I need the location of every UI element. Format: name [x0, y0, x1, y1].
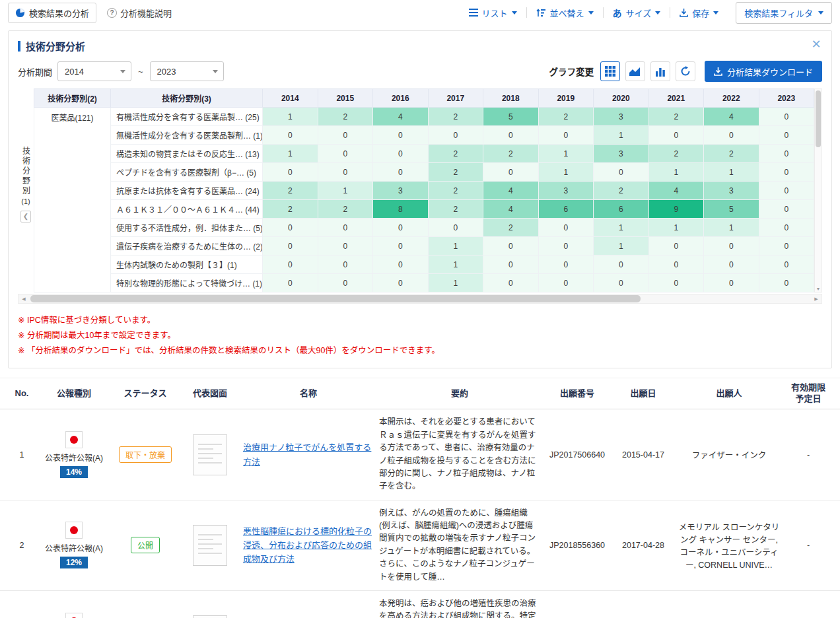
chevron-down-icon — [655, 11, 660, 15]
chevron-down-icon — [818, 11, 823, 15]
table-row: 2公表特許公報(A)12%公開悪性脳腫瘍における標的化粒子の浸透、分布および応答… — [0, 500, 840, 591]
title-link[interactable]: 悪性脳腫瘍における標的化粒子の浸透、分布および応答のための組成物及び方法 — [243, 526, 372, 565]
application-date: 2017-04-28 — [612, 541, 675, 550]
collapse-axis-button[interactable]: ❮ — [20, 211, 31, 223]
heatmap-value-cell: 2 — [263, 182, 318, 200]
heatmap-value-cell: 0 — [318, 163, 373, 182]
download-icon — [680, 9, 688, 17]
analysis-download-button[interactable]: 分析結果ダウンロード — [705, 61, 822, 82]
heatmap-value-cell: 1 — [538, 145, 594, 163]
heatmap-value-cell: 1 — [594, 219, 649, 237]
size-menu[interactable]: あ サイズ — [604, 6, 670, 19]
heatmap-value-cell: 0 — [594, 274, 649, 292]
thumbnail-line — [198, 539, 213, 540]
thumbnail-line — [198, 553, 222, 554]
size-label: サイズ — [626, 7, 652, 19]
sort-menu[interactable]: 並べ替え — [527, 7, 603, 19]
results-filter-button[interactable]: 検索結果フィルタ — [736, 2, 832, 24]
heatmap-value-cell: 4 — [373, 108, 429, 126]
vertical-scrollbar[interactable]: ▼ — [814, 88, 822, 292]
save-menu[interactable]: 保存 — [670, 7, 728, 19]
application-date: 2015-04-17 — [612, 450, 675, 460]
heatmap-value-cell: 2 — [428, 108, 483, 126]
heatmap-row: 特別な物理的形態によって特徴づけ… (1)0001000000 — [34, 274, 814, 292]
bar-chart-button[interactable] — [650, 61, 670, 81]
title-link[interactable]: 治療用ナノ粒子でがんを処置する方法 — [243, 442, 371, 466]
heatmap-year-header: 2018 — [483, 89, 539, 108]
tilde-separator: ~ — [138, 67, 143, 77]
application-number: JP2017506640 — [543, 450, 612, 460]
vertical-scrollbar-thumb[interactable] — [816, 90, 821, 147]
heatmap-value-cell: 0 — [428, 219, 483, 237]
heatmap-row-label: ペプチドを含有する医療製剤（β−… (5) — [111, 163, 263, 182]
area-chart-button[interactable] — [625, 61, 645, 81]
results-header-cell: 要約 — [376, 388, 543, 399]
heatmap-value-cell: 0 — [648, 237, 704, 256]
heatmap-col3-header: 技術分野別(3) — [111, 89, 263, 108]
heatmap-value-cell: 2 — [648, 145, 704, 163]
refresh-chart-button[interactable] — [676, 61, 695, 81]
sort-label: 並べ替え — [550, 7, 584, 19]
help-label: 分析機能説明 — [120, 7, 172, 19]
heatmap-value-cell: 6 — [538, 200, 594, 219]
heatmap-value-cell: 0 — [759, 200, 814, 219]
heatmap-value-cell: 4 — [704, 108, 759, 126]
heatmap-value-cell: 0 — [759, 237, 814, 256]
results-header-cell: 有効期限 予定日 — [783, 382, 833, 405]
period-from-select[interactable]: 2014 — [57, 61, 131, 81]
representative-drawing-thumbnail[interactable] — [193, 615, 227, 618]
heatmap-value-cell: 1 — [704, 219, 759, 237]
heatmap-value-cell: 1 — [428, 256, 483, 274]
publication-kind-label: 公表特許公報(A) — [45, 542, 103, 553]
representative-drawing-thumbnail[interactable] — [193, 525, 227, 566]
heatmap-value-cell: 0 — [759, 145, 814, 163]
panel-controls: 分析期間 2014 ~ 2023 グラフ変更 — [18, 61, 822, 82]
heatmap-value-cell: 1 — [648, 163, 704, 182]
panel-header: 技術分野分析 — [18, 39, 822, 53]
topbar-actions: リスト 並べ替え あ サイズ 保存 検索結果フ — [460, 2, 832, 24]
heatmap-year-header: 2021 — [648, 89, 704, 108]
heatmap-value-cell: 3 — [538, 182, 594, 200]
heatmap-value-cell: 0 — [263, 274, 318, 292]
heatmap-value-cell: 0 — [318, 274, 373, 292]
heatmap-row: Ａ６１Ｋ３１／００～Ａ６１Ｋ４… (44)2282466950 — [34, 200, 814, 219]
heatmap-year-header: 2014 — [263, 89, 318, 108]
heatmap-row-label: 有機活性成分を含有する医薬品製… (25) — [111, 108, 263, 126]
period-to-select[interactable]: 2023 — [150, 61, 224, 81]
heatmap-row: 使用する不活性成分，例．担体また… (5)0000201110 — [34, 219, 814, 237]
representative-drawing-thumbnail[interactable] — [193, 434, 227, 475]
heatmap-value-cell: 4 — [483, 200, 539, 219]
horizontal-scrollbar-thumb[interactable] — [30, 295, 641, 302]
note-line: ※ IPC情報に基づき分類しています。 — [18, 313, 822, 328]
heatmap-value-cell: 0 — [759, 163, 814, 182]
heatmap-value-cell: 1 — [263, 145, 318, 163]
scroll-down-arrow-icon[interactable]: ▼ — [815, 287, 822, 291]
list-menu[interactable]: リスト — [460, 7, 526, 19]
heatmap-row: 抗原または抗体を含有する医薬品… (24)2132432430 — [34, 182, 814, 200]
heatmap-value-cell: 6 — [594, 200, 649, 219]
scroll-left-arrow-icon[interactable]: ◀ — [18, 296, 29, 302]
panel-title: 技術分野分析 — [26, 39, 85, 53]
thumbnail-line — [198, 448, 213, 450]
table-view-button[interactable] — [600, 61, 620, 81]
close-icon[interactable]: ✕ — [809, 38, 823, 52]
analysis-panel: 技術分野分析 ✕ 分析期間 2014 ~ 2023 グラフ変更 — [8, 30, 832, 368]
heatmap-year-header: 2016 — [373, 89, 429, 108]
help-link[interactable]: ? 分析機能説明 — [107, 7, 172, 19]
heatmap-value-cell: 0 — [759, 126, 814, 145]
analysis-tab[interactable]: 検索結果の分析 — [8, 3, 96, 23]
horizontal-scrollbar-track[interactable] — [29, 294, 811, 303]
publication-kind: 公表特許公報(A)10% — [37, 613, 111, 618]
result-no: 2 — [7, 541, 37, 550]
heatmap-value-cell: 0 — [263, 256, 318, 274]
heatmap-value-cell: 0 — [648, 274, 704, 292]
heatmap-year-header: 2022 — [704, 89, 759, 108]
panel-notes: ※ IPC情報に基づき分類しています。 ※ 分析期間は最大10年まで設定できます… — [18, 313, 822, 359]
japan-flag-icon — [65, 522, 83, 539]
horizontal-scrollbar[interactable]: ◀ ▶ — [18, 294, 822, 304]
heatmap-value-cell: 4 — [648, 182, 704, 200]
status-cell: 取下・放棄 — [111, 446, 180, 463]
scroll-right-arrow-icon[interactable]: ▶ — [811, 296, 822, 302]
status-cell: 公開 — [111, 537, 180, 553]
list-label: リスト — [482, 7, 508, 19]
